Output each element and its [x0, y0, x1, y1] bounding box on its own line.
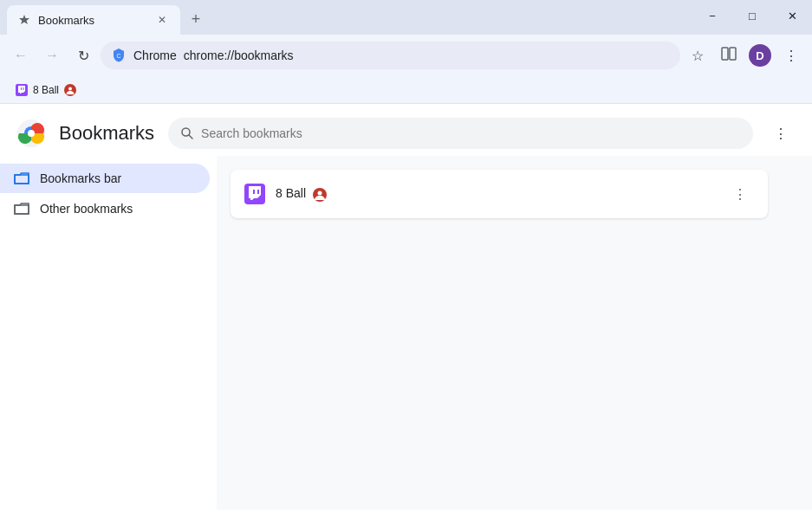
- page-menu-dots-icon: ⋮: [774, 126, 788, 142]
- page-title: Bookmarks: [59, 122, 154, 145]
- menu-dots-icon: ⋮: [784, 48, 798, 64]
- bookmarks-bar-item-8ball[interactable]: 8 Ball: [9, 82, 83, 98]
- svg-point-11: [28, 130, 35, 137]
- sidebar: Bookmarks bar Other bookmarks: [0, 156, 217, 510]
- back-icon: ←: [14, 48, 28, 63]
- sidebar-item-other-bookmarks[interactable]: Other bookmarks: [0, 194, 210, 223]
- bookmark-card-title: 8 Ball: [276, 186, 716, 201]
- bookmark-card-menu-button[interactable]: ⋮: [726, 180, 754, 208]
- address-bar[interactable]: C Chrome chrome://bookmarks: [101, 42, 680, 69]
- profile-avatar: D: [749, 44, 771, 67]
- split-view-icon: [721, 46, 737, 65]
- chrome-logo-icon: [17, 119, 45, 147]
- maximize-button[interactable]: □: [732, 2, 772, 29]
- extensions-button[interactable]: ⋮: [777, 42, 805, 69]
- bookmark-card-menu-dots-icon: ⋮: [733, 186, 747, 203]
- svg-line-13: [189, 135, 192, 139]
- content-area: Bookmarks bar Other bookmarks: [0, 156, 812, 510]
- bookmarks-bar-strip: 8 Ball: [0, 76, 812, 104]
- svg-rect-15: [253, 190, 255, 194]
- forward-button[interactable]: →: [38, 42, 66, 69]
- sidebar-item-other-bookmarks-label: Other bookmarks: [40, 202, 133, 216]
- tab-close-button[interactable]: ✕: [154, 12, 170, 28]
- svg-marker-0: [19, 15, 29, 24]
- active-tab[interactable]: Bookmarks ✕: [7, 5, 180, 35]
- bookmark-star-button[interactable]: ☆: [684, 42, 711, 69]
- page: Bookmarks ⋮ Bookmarks bar: [0, 104, 812, 510]
- refresh-button[interactable]: ↻: [69, 42, 97, 69]
- svg-rect-16: [257, 190, 259, 194]
- svg-point-18: [317, 190, 322, 195]
- bookmark-star-icon: ☆: [692, 48, 704, 64]
- sidebar-item-bookmarks-bar-label: Bookmarks bar: [40, 171, 121, 185]
- forward-icon: →: [45, 48, 59, 63]
- refresh-icon: ↻: [78, 48, 89, 64]
- title-bar: Bookmarks ✕ + − □ ✕: [0, 0, 812, 35]
- address-chrome-label: Chrome: [133, 48, 177, 62]
- address-url: chrome://bookmarks: [184, 48, 294, 62]
- bookmark-twitch-icon: [244, 184, 265, 204]
- new-tab-button[interactable]: +: [184, 7, 208, 31]
- twitch-favicon-icon: [16, 84, 28, 96]
- back-button[interactable]: ←: [7, 42, 35, 69]
- svg-rect-3: [730, 48, 736, 60]
- svg-point-8: [68, 87, 72, 90]
- svg-text:C: C: [116, 53, 120, 59]
- bookmarks-bar-avatar-icon: [64, 84, 76, 96]
- folder-icon: [14, 171, 29, 186]
- bookmark-card-avatar-icon: [313, 188, 327, 202]
- folder-other-icon: [14, 201, 29, 216]
- toolbar-icons: ☆ D ⋮: [684, 42, 805, 69]
- tab-strip: Bookmarks ✕ +: [0, 0, 208, 35]
- split-view-button[interactable]: [715, 42, 743, 69]
- svg-rect-5: [21, 87, 22, 90]
- security-icon: C: [111, 48, 127, 63]
- close-button[interactable]: ✕: [772, 2, 812, 29]
- tab-favicon: [17, 13, 31, 27]
- minimize-button[interactable]: −: [692, 2, 732, 29]
- search-input[interactable]: [201, 126, 741, 140]
- bookmark-title-text: 8 Ball: [276, 186, 306, 200]
- search-box[interactable]: [168, 118, 753, 149]
- profile-button[interactable]: D: [746, 42, 774, 69]
- nav-bar: ← → ↻ C Chrome chrome://bookmarks ☆: [0, 35, 812, 76]
- search-icon: [180, 126, 194, 140]
- window-controls: − □ ✕: [692, 2, 812, 35]
- page-menu-button[interactable]: ⋮: [767, 119, 795, 147]
- bookmarks-bar-item-label: 8 Ball: [33, 84, 59, 96]
- svg-rect-2: [722, 48, 728, 60]
- bookmark-card-8ball: 8 Ball ⋮: [231, 170, 768, 218]
- svg-rect-6: [23, 87, 24, 90]
- main-content: 8 Ball ⋮: [217, 156, 812, 510]
- sidebar-item-bookmarks-bar[interactable]: Bookmarks bar: [0, 164, 210, 193]
- page-header: Bookmarks ⋮: [0, 104, 812, 156]
- tab-title: Bookmarks: [38, 14, 147, 27]
